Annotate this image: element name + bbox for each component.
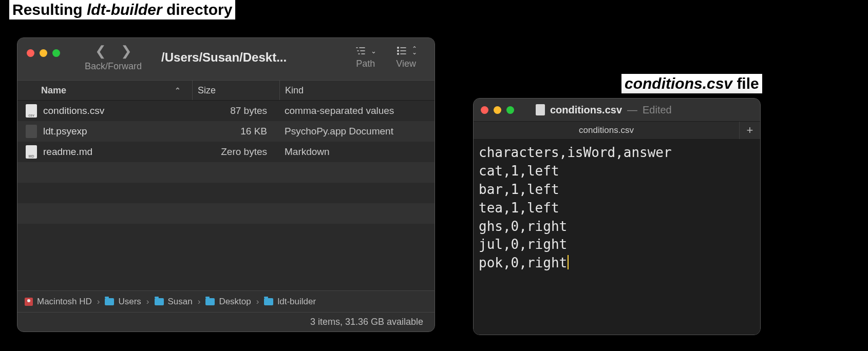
window-controls — [27, 49, 60, 57]
window-controls — [481, 106, 514, 114]
empty-row — [17, 203, 435, 224]
text-cursor — [568, 255, 569, 269]
breadcrumb-label: Desktop — [219, 297, 251, 307]
nav-group: ❮ ❯ Back/Forward — [85, 43, 142, 72]
editor-title: conditions.csv — Edited — [536, 104, 672, 116]
folder-icon — [155, 298, 164, 305]
breadcrumb[interactable]: Macintosh HD — [25, 297, 92, 307]
column-header: Name ⌃ Size Kind — [17, 80, 435, 101]
chevron-right-icon: › — [97, 297, 100, 307]
file-list: csvconditions.csv87 bytescomma-separated… — [17, 101, 435, 290]
file-name: ldt.psyexp — [43, 126, 87, 137]
tab-conditions[interactable]: conditions.csv — [474, 122, 740, 139]
file-icon: MD — [26, 145, 37, 159]
forward-button[interactable]: ❯ — [121, 43, 132, 59]
updown-icon: ⌃⌄ — [412, 47, 416, 54]
path-bar: Macintosh HD›Users›Susan›Desktop›ldt-bui… — [17, 290, 435, 312]
editor-body[interactable]: characters,isWord,answer cat,1,left bar,… — [474, 140, 760, 335]
window-title: /Users/Susan/Deskt... — [161, 50, 287, 65]
breadcrumb-label: ldt-builder — [277, 297, 316, 307]
chevron-right-icon: › — [256, 297, 259, 307]
column-kind[interactable]: Kind — [279, 81, 435, 100]
close-button[interactable] — [481, 106, 488, 114]
empty-row — [17, 183, 435, 203]
file-row[interactable]: MDreadme.mdZero bytesMarkdown — [17, 142, 435, 162]
file-icon — [26, 125, 37, 138]
folder-icon — [105, 298, 114, 305]
file-kind: Markdown — [279, 146, 435, 158]
folder-icon — [264, 298, 273, 305]
caption-right: conditions.csv file — [621, 74, 762, 93]
empty-row — [17, 224, 435, 244]
chevron-right-icon: › — [146, 297, 149, 307]
fullscreen-button[interactable] — [52, 49, 60, 57]
chevron-right-icon: › — [198, 297, 201, 307]
column-name[interactable]: Name ⌃ — [17, 85, 192, 96]
minimize-button[interactable] — [40, 49, 47, 57]
tab-bar: conditions.csv + — [474, 121, 760, 140]
editor-titlebar: conditions.csv — Edited — [474, 99, 760, 121]
breadcrumb[interactable]: ldt-builder — [264, 297, 316, 307]
nav-label: Back/Forward — [85, 61, 142, 72]
file-row[interactable]: ldt.psyexp16 KBPsychoPy.app Document — [17, 121, 435, 142]
caption-left: Resulting ldt-builder directory — [9, 0, 235, 20]
document-icon — [536, 104, 545, 115]
breadcrumb-label: Users — [118, 297, 141, 307]
breadcrumb-label: Macintosh HD — [37, 297, 92, 307]
file-size: 16 KB — [192, 126, 279, 137]
file-icon: csv — [26, 104, 37, 118]
minimize-button[interactable] — [494, 106, 501, 114]
fullscreen-button[interactable] — [506, 106, 514, 114]
svg-point-10 — [397, 53, 398, 54]
svg-point-8 — [397, 50, 398, 51]
file-kind: comma-separated values — [279, 105, 435, 116]
disk-icon — [25, 298, 33, 306]
close-button[interactable] — [27, 49, 34, 57]
empty-row — [17, 162, 435, 183]
breadcrumb[interactable]: Users — [105, 297, 141, 307]
breadcrumb-label: Susan — [168, 297, 193, 307]
editor-window: conditions.csv — Edited conditions.csv +… — [474, 99, 760, 335]
finder-titlebar: ❮ ❯ Back/Forward /Users/Susan/Deskt... ⌄ — [17, 38, 435, 80]
column-size[interactable]: Size — [192, 81, 279, 100]
file-size: Zero bytes — [192, 146, 279, 158]
file-name: readme.md — [43, 146, 92, 158]
chevron-down-icon: ⌄ — [371, 47, 375, 55]
breadcrumb[interactable]: Susan — [155, 297, 193, 307]
path-button[interactable]: ⌄ Path — [355, 46, 375, 69]
new-tab-button[interactable]: + — [740, 122, 760, 139]
sort-asc-icon: ⌃ — [175, 86, 181, 94]
finder-window: ❮ ❯ Back/Forward /Users/Susan/Deskt... ⌄ — [17, 38, 435, 332]
status-bar: 3 items, 31.36 GB available — [17, 312, 435, 332]
view-button[interactable]: ⌃⌄ View — [396, 46, 416, 69]
file-name: conditions.csv — [43, 105, 104, 116]
breadcrumb[interactable]: Desktop — [205, 297, 251, 307]
back-button[interactable]: ❮ — [95, 43, 106, 59]
svg-point-6 — [397, 47, 398, 48]
folder-icon — [205, 298, 215, 305]
file-row[interactable]: csvconditions.csv87 bytescomma-separated… — [17, 101, 435, 121]
file-size: 87 bytes — [192, 105, 279, 116]
path-icon: ⌄ — [355, 46, 375, 55]
view-icon: ⌃⌄ — [397, 46, 416, 55]
file-kind: PsychoPy.app Document — [279, 126, 435, 137]
